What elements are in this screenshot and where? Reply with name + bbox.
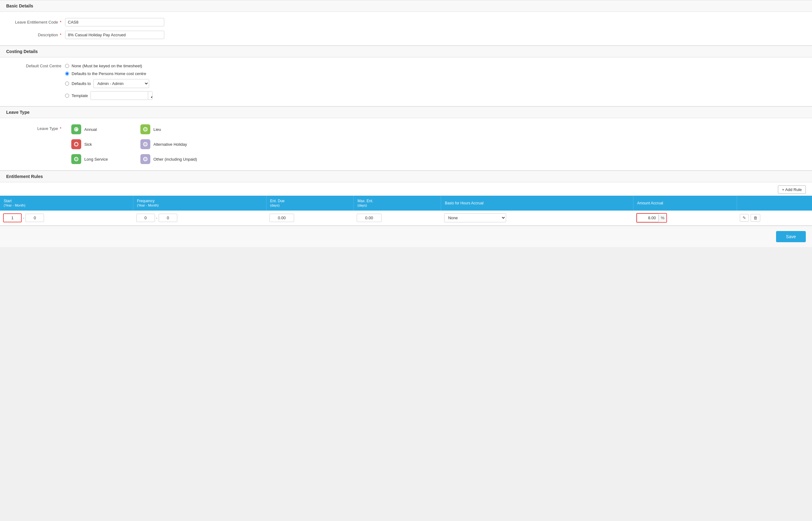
leave-type-content: Leave Type * Annual [0,118,812,171]
basic-details-header: Basic Details [0,0,812,12]
leave-type-label-col: Leave Type * [9,124,65,131]
leave-type-grid: Annual Lieu Sick [71,124,197,164]
radio-template-row: Template 🎤 [65,91,152,100]
cost-centre-row: Default Cost Centre None (Must be keyed … [9,64,803,100]
cost-centre-label: Default Cost Centre [9,64,65,68]
radio-home[interactable] [65,72,69,76]
radio-defaults-row: Defaults to Admin - Admin Other Option [65,79,152,88]
max-ent-input[interactable] [357,214,382,222]
footer-bar: Save [0,226,812,247]
costing-details-header: Costing Details [0,46,812,58]
sick-label: Sick [84,142,92,147]
radio-home-label: Defaults to the Persons Home cost centre [72,71,146,76]
rules-table-body: - - [0,210,812,225]
basis-cell: None Standard Hours Actual Hours [441,210,633,225]
radio-template-label: Template [72,93,88,98]
entitlement-rules-content: + Add Rule Start(Year - Month) Frequency… [0,182,812,226]
save-button[interactable]: Save [776,231,806,242]
freq-dash: - [156,216,158,220]
radio-defaults-label: Defaults to [72,81,91,86]
leave-type-other[interactable]: Other (including Unpaid) [140,154,197,164]
add-rule-wrap: + Add Rule [0,182,812,196]
th-basis: Basis for Hours Accrual [441,196,633,210]
start-cell: - [0,210,133,225]
radio-defaults[interactable] [65,82,69,86]
radio-home-row: Defaults to the Persons Home cost centre [65,71,152,76]
th-actions [737,196,812,210]
th-start: Start(Year - Month) [0,196,133,210]
ent-due-input[interactable] [269,214,294,222]
costing-details-title: Costing Details [6,49,38,54]
description-label: Description * [9,32,65,37]
th-amount: Amount Accrual [633,196,737,210]
entitlement-rules-header: Entitlement Rules [0,171,812,182]
defaults-to-select[interactable]: Admin - Admin Other Option [93,79,149,88]
freq-month-input[interactable] [159,214,177,222]
leave-type-sick[interactable]: Sick [71,139,128,149]
freq-year-input[interactable] [136,214,155,222]
leave-type-title: Leave Type [6,110,29,115]
percent-sign: % [659,214,666,221]
entitlement-rules-title: Entitlement Rules [6,174,43,179]
rules-table-header: Start(Year - Month) Frequency(Year - Mon… [0,196,812,210]
leave-code-input[interactable] [65,18,164,26]
amount-cell: % [633,210,737,225]
amount-input[interactable] [637,214,659,222]
leave-type-header: Leave Type [0,106,812,118]
accrual-input-wrap: % [636,213,667,223]
leave-type-long-service[interactable]: Long Service [71,154,128,164]
template-icon-button[interactable]: 🎤 [148,91,152,99]
alternative-badge [140,139,150,149]
radio-none-label: None (Must be keyed on the timesheet) [72,64,142,68]
costing-details-content: Default Cost Centre None (Must be keyed … [0,58,812,106]
start-year-input[interactable] [3,213,22,222]
leave-code-label: Leave Entitlement Code * [9,20,65,24]
delete-button[interactable]: 🗑 [750,214,760,222]
ent-due-cell [266,210,354,225]
alternative-label: Alternative Holiday [153,142,187,147]
add-rule-button[interactable]: + Add Rule [778,185,806,194]
description-input[interactable] [65,31,164,39]
actions-cell: ✎ 🗑 [737,210,812,225]
page-wrapper: Basic Details Leave Entitlement Code * D… [0,0,812,247]
annual-badge [71,124,81,134]
other-label: Other (including Unpaid) [153,157,197,162]
leave-type-required: * [60,126,62,131]
long-service-label: Long Service [84,157,108,162]
other-badge [140,154,150,164]
start-month-input[interactable] [25,214,44,222]
table-row: - - [0,210,812,225]
sick-badge [71,139,81,149]
th-ent-due: Ent. Due(days) [266,196,354,210]
leave-type-row: Leave Type * Annual [9,124,803,164]
long-service-badge [71,154,81,164]
leave-code-row: Leave Entitlement Code * [9,18,803,26]
leave-type-annual[interactable]: Annual [71,124,128,134]
annual-label: Annual [84,127,97,132]
leave-type-alternative[interactable]: Alternative Holiday [140,139,197,149]
lieu-label: Lieu [153,127,161,132]
basis-select[interactable]: None Standard Hours Actual Hours [444,213,506,222]
required-star: * [60,20,62,24]
max-ent-cell [354,210,441,225]
radio-none-row: None (Must be keyed on the timesheet) [65,64,152,68]
basic-details-content: Leave Entitlement Code * Description * [0,12,812,46]
th-max-ent: Max. Ent.(days) [354,196,441,210]
radio-none[interactable] [65,64,69,68]
start-dash: - [23,216,24,220]
radio-template[interactable] [65,94,69,98]
template-input-wrap: 🎤 [91,91,152,100]
frequency-cell: - [133,210,266,225]
template-input[interactable] [91,92,148,99]
description-row: Description * [9,31,803,39]
th-frequency: Frequency(Year - Month) [133,196,266,210]
edit-button[interactable]: ✎ [740,214,749,222]
rules-table: Start(Year - Month) Frequency(Year - Mon… [0,196,812,225]
leave-type-lieu[interactable]: Lieu [140,124,197,134]
required-star-desc: * [60,32,62,37]
basic-details-title: Basic Details [6,3,33,8]
cost-centre-radio-group: None (Must be keyed on the timesheet) De… [65,64,152,100]
lieu-badge [140,124,150,134]
